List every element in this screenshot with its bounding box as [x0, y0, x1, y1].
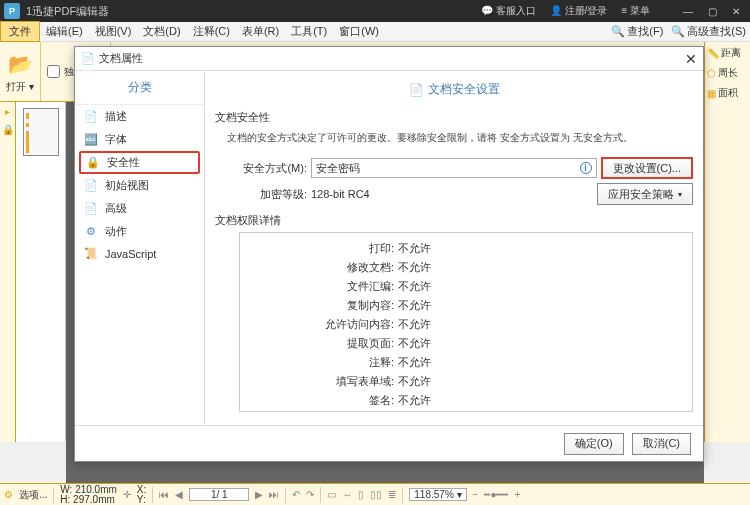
window-title: 1迅捷PDF编辑器	[26, 4, 481, 19]
lock-icon[interactable]: 🔒	[1, 124, 15, 138]
method-label: 安全方式(M):	[239, 161, 307, 176]
maximize-button[interactable]: ▢	[702, 6, 722, 17]
exclusive-checkbox[interactable]	[47, 65, 60, 78]
info-icon[interactable]: i	[580, 162, 592, 174]
category-advanced[interactable]: 📄高级	[75, 197, 204, 220]
fit-width-icon[interactable]: ↔	[342, 489, 352, 500]
prev-page-icon[interactable]: ◀	[175, 489, 183, 500]
category-description[interactable]: 📄描述	[75, 105, 204, 128]
font-icon: 🔤	[83, 133, 99, 146]
perm-row: 修改文档:不允许	[248, 258, 684, 277]
menu-form[interactable]: 表单(R)	[236, 22, 285, 41]
category-actions[interactable]: ⚙动作	[75, 220, 204, 243]
first-page-icon[interactable]: ⏮	[159, 489, 169, 500]
dialog-title: 文档属性	[99, 51, 685, 66]
page-tab-icon[interactable]: ▸	[1, 106, 15, 120]
ok-button[interactable]: 确定(O)	[564, 433, 624, 455]
page-width: W: 210.0mm	[60, 485, 117, 495]
statusbar: ⚙ 选项... W: 210.0mm H: 297.0mm ✛ X: Y: ⏮ …	[0, 483, 750, 505]
crosshair-icon: ✛	[123, 489, 131, 500]
layout-cont-icon[interactable]: ≣	[388, 489, 396, 500]
sidebar-header: 分类	[75, 71, 204, 105]
page-icon: 📄	[83, 179, 99, 192]
area-icon: ▦	[707, 88, 716, 99]
dialog-footer: 确定(O) 取消(C)	[75, 425, 703, 461]
cursor-x: X:	[137, 485, 146, 495]
perm-row: 签名:不允许	[248, 391, 684, 410]
next-page-icon[interactable]: ▶	[255, 489, 263, 500]
polygon-icon: ⬠	[707, 68, 716, 79]
chevron-down-icon: ▾	[678, 190, 682, 199]
main-header: 📄文档安全设置	[215, 77, 693, 106]
zoom-slider[interactable]: ━●━━	[484, 489, 508, 500]
last-page-icon[interactable]: ⏭	[269, 489, 279, 500]
permissions-box: 打印:不允许 修改文档:不允许 文件汇编:不允许 复制内容:不允许 允许访问内容…	[239, 232, 693, 412]
security-desc: 文档的安全方式决定了可许可的更改。要移除安全限制，请将 安全方式设置为 无安全方…	[215, 129, 693, 153]
enc-value: 128-bit RC4	[311, 188, 593, 200]
zoom-in-icon[interactable]: +	[514, 489, 520, 500]
ruler-icon: 📏	[707, 48, 719, 59]
nav-fwd-icon[interactable]: ↷	[306, 489, 314, 500]
login-link[interactable]: 👤 注册/登录	[550, 4, 608, 18]
search-icon: 🔍	[611, 25, 625, 39]
measure-distance[interactable]: 📏距离	[707, 46, 748, 60]
document-properties-dialog: 📄 文档属性 ✕ 分类 📄描述 🔤字体 🔒安全性 📄初始视图 📄高级 ⚙动作 📜…	[74, 46, 704, 462]
menu-edit[interactable]: 编辑(E)	[40, 22, 89, 41]
script-icon: 📜	[83, 247, 99, 260]
gear-icon[interactable]: ⚙	[4, 489, 13, 500]
adv-find-button[interactable]: 🔍高级查找(S)	[667, 24, 750, 39]
menu-window[interactable]: 窗口(W)	[333, 22, 385, 41]
dialog-titlebar: 📄 文档属性 ✕	[75, 47, 703, 71]
change-settings-button[interactable]: 更改设置(C)...	[601, 157, 693, 179]
file-menu[interactable]: 文件	[0, 21, 40, 42]
layout-single-icon[interactable]: ▯	[358, 489, 364, 500]
menu-document[interactable]: 文档(D)	[137, 22, 186, 41]
document-icon: 📄	[83, 110, 99, 123]
menu-view[interactable]: 视图(V)	[89, 22, 138, 41]
measure-area[interactable]: ▦面积	[707, 86, 748, 100]
page-input[interactable]: 1/ 1	[189, 488, 249, 501]
menu-annotate[interactable]: 注释(C)	[187, 22, 236, 41]
dialog-main-panel: 📄文档安全设置 文档安全性 文档的安全方式决定了可许可的更改。要移除安全限制，请…	[205, 71, 703, 425]
options-link[interactable]: 选项...	[19, 488, 47, 502]
support-link[interactable]: 💬 客服入口	[481, 4, 536, 18]
folder-open-icon: 📂	[6, 50, 34, 78]
lock-document-icon: 📄	[409, 83, 424, 97]
find-button[interactable]: 🔍查找(F)	[607, 24, 667, 39]
cancel-button[interactable]: 取消(C)	[632, 433, 691, 455]
document-icon: 📄	[81, 52, 95, 65]
perm-row: 允许访问内容:不允许	[248, 315, 684, 334]
open-button[interactable]: 📂 打开 ▾	[0, 42, 41, 101]
nav-back-icon[interactable]: ↶	[292, 489, 300, 500]
page-icon: 📄	[83, 202, 99, 215]
perm-row: 提取页面:不允许	[248, 334, 684, 353]
category-initial-view[interactable]: 📄初始视图	[75, 174, 204, 197]
lock-icon: 🔒	[85, 156, 101, 169]
menu-tools[interactable]: 工具(T)	[285, 22, 333, 41]
search-icon: 🔍	[671, 25, 685, 39]
minimize-button[interactable]: —	[678, 6, 698, 17]
measure-perimeter[interactable]: ⬠周长	[707, 66, 748, 80]
category-security[interactable]: 🔒安全性	[79, 151, 200, 174]
category-fonts[interactable]: 🔤字体	[75, 128, 204, 151]
dialog-close-button[interactable]: ✕	[685, 51, 697, 67]
app-logo-icon: P	[4, 3, 20, 19]
layout-facing-icon[interactable]: ▯▯	[370, 489, 382, 500]
menu-link[interactable]: ≡ 菜单	[621, 4, 650, 18]
perm-row: 填写表单域:不允许	[248, 372, 684, 391]
category-javascript[interactable]: 📜JavaScript	[75, 243, 204, 264]
fit-page-icon[interactable]: ▭	[327, 489, 336, 500]
zoom-value[interactable]: 118.57% ▾	[409, 488, 466, 501]
page-thumbnail[interactable]	[23, 108, 59, 156]
menubar: 文件 编辑(E) 视图(V) 文档(D) 注释(C) 表单(R) 工具(T) 窗…	[0, 22, 750, 42]
perm-section-title: 文档权限详情	[215, 213, 693, 228]
apply-policy-button[interactable]: 应用安全策略▾	[597, 183, 693, 205]
perm-row: 复制内容:不允许	[248, 296, 684, 315]
zoom-out-icon[interactable]: −	[473, 489, 479, 500]
security-method-dropdown[interactable]: 安全密码 i	[311, 158, 597, 178]
gear-icon: ⚙	[83, 225, 99, 238]
close-window-button[interactable]: ✕	[726, 6, 746, 17]
perm-row: 注释:不允许	[248, 353, 684, 372]
method-value: 安全密码	[316, 161, 360, 176]
enc-label: 加密等级:	[239, 187, 307, 202]
